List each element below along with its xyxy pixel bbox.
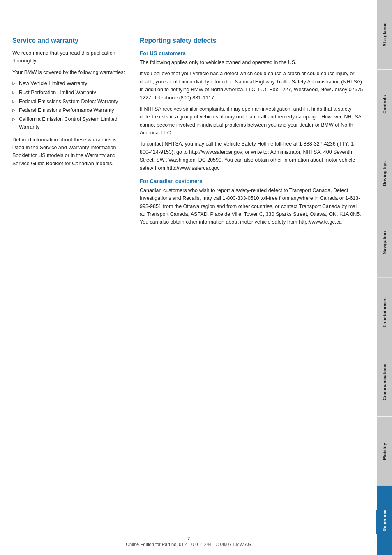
sidebar-tab-mobility[interactable]: Mobility <box>377 416 392 486</box>
sidebar-tab-navigation[interactable]: Navigation <box>377 208 392 278</box>
sidebar: At a glance Controls Driving tips Naviga… <box>377 0 392 555</box>
sidebar-tab-at-a-glance[interactable]: At a glance <box>377 0 392 69</box>
canadian-para1: Canadian customers who wish to report a … <box>140 187 365 227</box>
left-column: Service and warranty We recommend that y… <box>12 37 127 530</box>
sidebar-tab-reference[interactable]: Reference <box>377 486 392 555</box>
us-para1: The following applies only to vehicles o… <box>140 59 365 67</box>
sidebar-tab-communications[interactable]: Communications <box>377 347 392 416</box>
blue-accent-bar <box>376 510 377 534</box>
list-item: Federal Emissions System Defect Warranty <box>12 98 127 106</box>
sidebar-tab-controls[interactable]: Controls <box>377 69 392 139</box>
canadian-customers-subtitle: For Canadian customers <box>140 178 365 184</box>
main-content: Service and warranty We recommend that y… <box>0 37 377 530</box>
right-column: Reporting safety defects For US customer… <box>140 37 365 530</box>
reporting-safety-title: Reporting safety defects <box>140 37 365 44</box>
sidebar-tab-driving-tips[interactable]: Driving tips <box>377 139 392 208</box>
service-warranty-intro1: We recommend that you read this publicat… <box>12 49 127 65</box>
page-number: 7 <box>0 536 377 541</box>
list-item: Federal Emissions Performance Warranty <box>12 106 127 114</box>
us-para3: If NHTSA receives similar complaints, it… <box>140 105 365 137</box>
us-customers-subtitle: For US customers <box>140 50 365 56</box>
service-warranty-title: Service and warranty <box>12 37 127 44</box>
edition-text: Online Edition for Part no. 01 41 0 014 … <box>126 542 251 547</box>
us-para4: To contact NHTSA, you may call the Vehic… <box>140 140 365 172</box>
warranty-list: New Vehicle Limited Warranty Rust Perfor… <box>12 80 127 131</box>
list-item: California Emission Control System Limit… <box>12 116 127 131</box>
us-para2: If you believe that your vehicle has a d… <box>140 70 365 102</box>
list-item: Rust Perforation Limited Warranty <box>12 89 127 97</box>
footer: 7 Online Edition for Part no. 01 41 0 01… <box>0 536 377 547</box>
service-warranty-intro2: Your BMW is covered by the following war… <box>12 69 127 76</box>
sidebar-tab-entertainment[interactable]: Entertainment <box>377 278 392 347</box>
list-item: New Vehicle Limited Warranty <box>12 80 127 88</box>
service-warranty-closing: Detailed information about these warrant… <box>12 136 127 168</box>
